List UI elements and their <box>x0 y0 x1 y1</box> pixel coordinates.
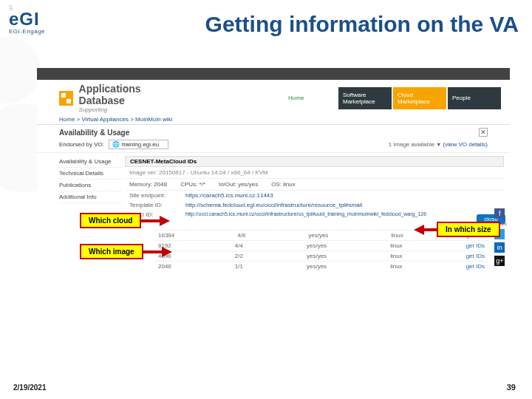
leftnav-technical[interactable]: Technical Details <box>59 168 122 180</box>
occi-id-value[interactable]: http://occi.carach5.ics.muni.cz/occi/inf… <box>185 211 426 218</box>
template-id-label: Template ID: <box>129 202 181 208</box>
tab-cloud[interactable]: Cloud Marketplace <box>393 87 446 109</box>
leftnav-publications[interactable]: Publications <box>59 180 122 191</box>
get-ids-link[interactable]: get IDs <box>466 263 485 270</box>
social-sidebar: f contact t in g+ <box>493 208 507 266</box>
callout-which-image: Which image <box>80 244 172 259</box>
left-nav: Availability & Usage Technical Details P… <box>37 153 122 222</box>
tab-software[interactable]: Software Marketplace <box>338 87 392 109</box>
chevron-down-icon[interactable]: ▼ <box>436 142 441 147</box>
vo-name: training.egi.eu <box>122 141 159 148</box>
facebook-icon[interactable]: f <box>494 208 505 219</box>
leftnav-availability[interactable]: Availability & Usage <box>59 156 122 168</box>
spec-cpu: CPUs: */* <box>180 181 205 188</box>
appdb-logo-icon <box>59 91 73 106</box>
arrow-right-icon <box>160 216 170 226</box>
nav-tabs: Home Software Marketplace Cloud Marketpl… <box>284 87 502 109</box>
site-endpoint-value[interactable]: https://carach5.ics.muni.cz:11443 <box>185 192 273 199</box>
table-row: 40962/2yes/yeslinuxget IDs <box>155 250 488 261</box>
appdb-subtitle: Supporting <box>79 106 182 113</box>
window-topbar <box>37 68 510 80</box>
logo-brand: eGI <box>9 10 68 28</box>
spec-memory: Memory: 2048 <box>129 181 167 188</box>
arrow-left-icon <box>414 225 424 235</box>
callout-label: In which size <box>437 222 500 237</box>
endorsed-row: Endorsed by VO: 🌐 training.egi.eu 1 imag… <box>37 138 510 153</box>
site-endpoint-label: Site endpoint: <box>129 192 181 199</box>
tab-people[interactable]: People <box>448 87 501 109</box>
image-count: 1 image available <box>389 141 434 148</box>
tab-home[interactable]: Home <box>284 87 337 109</box>
spec-os: OS: linux <box>271 181 295 188</box>
template-id-value[interactable]: http://schema.fedcloud.egi.eu/occi/infra… <box>185 202 362 208</box>
get-ids-link[interactable]: get IDs <box>466 242 485 249</box>
section-header: Availability & Usage ✕ <box>37 125 510 138</box>
spec-row: Memory: 2048 CPUs: */* In/Out: yes/yes O… <box>125 179 504 191</box>
leftnav-additional[interactable]: Additional Info <box>59 191 122 203</box>
table-row: 81924/4yes/yeslinuxget IDs <box>155 240 488 250</box>
egi-logo: :::::::::::::: eGI EGI-Engage <box>9 4 68 35</box>
callout-in-which-size: In which size <box>414 222 500 237</box>
logo-subtitle: EGI-Engage <box>9 28 68 35</box>
panel-body: Availability & Usage Technical Details P… <box>37 153 510 222</box>
image-version: Image ver: 20150817 - Ubuntu 14.04 / x86… <box>129 169 268 176</box>
vo-chip[interactable]: 🌐 training.egi.eu <box>109 140 168 149</box>
arrow-right-icon <box>162 247 172 257</box>
slide-title: Getting information on the VA <box>205 12 519 37</box>
spec-inout: In/Out: yes/yes <box>219 181 258 188</box>
callout-label: Which cloud <box>80 213 141 228</box>
appdb-title: Applications Database <box>79 83 182 106</box>
vo-details-link[interactable]: (view VO details) <box>443 141 488 148</box>
callout-which-cloud: Which cloud <box>80 213 170 228</box>
appdb-header: Applications Database Supporting Home So… <box>37 80 510 115</box>
breadcrumb[interactable]: Home > Virtual Appliances > MoinMoin wik… <box>37 115 510 125</box>
globe-icon: 🌐 <box>112 141 120 148</box>
footer-date: 2/19/2021 <box>13 383 47 392</box>
decoration-circle <box>0 37 41 103</box>
slide: :::::::::::::: eGI EGI-Engage Getting in… <box>0 0 532 399</box>
details-card: CESNET-MetaCloud IDs Image ver: 20150817… <box>122 153 510 222</box>
close-icon[interactable]: ✕ <box>479 128 488 137</box>
footer-page-number: 39 <box>507 383 516 392</box>
callout-label: Which image <box>80 244 143 259</box>
endorsed-label: Endorsed by VO: <box>59 141 104 148</box>
card-title: CESNET-MetaCloud IDs <box>125 156 504 167</box>
section-title: Availability & Usage <box>59 129 129 137</box>
table-row: 20481/1yes/yeslinuxget IDs <box>155 261 488 271</box>
gplus-icon[interactable]: g+ <box>494 256 505 266</box>
linkedin-icon[interactable]: in <box>494 242 505 253</box>
get-ids-link[interactable]: get IDs <box>466 253 485 259</box>
